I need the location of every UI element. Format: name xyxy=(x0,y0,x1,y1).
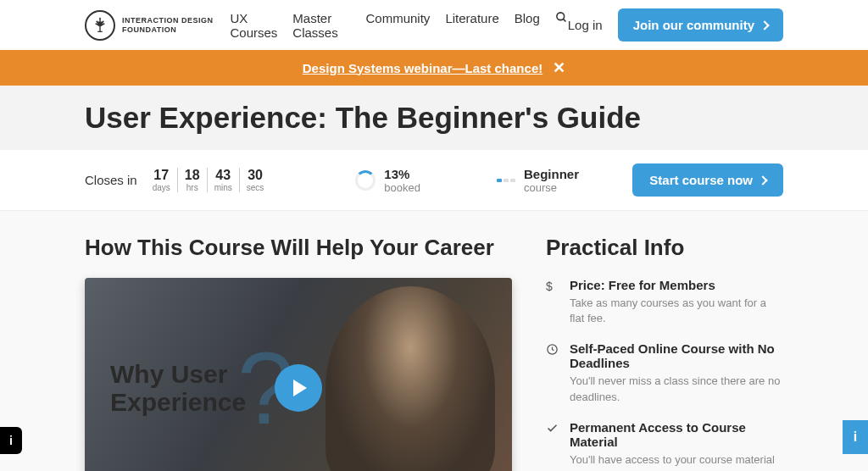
start-label: Start course now xyxy=(649,173,753,187)
nav-master-classes[interactable]: Master Classes xyxy=(292,11,350,40)
booked-status: 13% booked xyxy=(355,167,420,194)
practical-info-section: Practical Info $ Price: Free for Members… xyxy=(546,235,783,471)
close-icon[interactable]: ✕ xyxy=(553,58,565,77)
info-item-price: $ Price: Free for Members Take as many c… xyxy=(546,278,783,326)
intro-video[interactable]: Why User Experience ? xyxy=(85,278,512,471)
level-indicator: Beginner course xyxy=(497,167,579,194)
play-icon xyxy=(293,380,307,396)
career-heading: How This Course Will Help Your Career xyxy=(85,235,512,261)
main-content: How This Course Will Help Your Career Wh… xyxy=(0,211,868,471)
course-info-bar: Closes in 17days 18hrs 43mins 30secs 13%… xyxy=(0,150,868,211)
level-label: course xyxy=(524,181,579,194)
check-icon xyxy=(546,420,559,471)
nav-literature[interactable]: Literature xyxy=(445,11,498,40)
promo-banner[interactable]: Design Systems webinar—Last chance! ✕ xyxy=(0,50,868,86)
svg-line-6 xyxy=(563,19,565,21)
clock-icon xyxy=(546,341,559,404)
svg-point-5 xyxy=(557,12,565,19)
svg-point-0 xyxy=(99,17,101,19)
level-name: Beginner xyxy=(524,167,579,181)
page-title: User Experience: The Beginner's Guide xyxy=(85,101,783,135)
login-link[interactable]: Log in xyxy=(568,18,603,32)
join-label: Join our community xyxy=(633,18,754,32)
info-float-right[interactable]: i xyxy=(843,420,868,454)
countdown-mins: 43mins xyxy=(208,168,240,192)
title-section: User Experience: The Beginner's Guide xyxy=(0,86,868,150)
svg-point-4 xyxy=(103,23,105,25)
countdown: 17days 18hrs 43mins 30secs xyxy=(146,168,271,192)
booked-percent: 13% xyxy=(384,167,420,181)
progress-circle-icon xyxy=(355,170,376,191)
search-icon[interactable] xyxy=(555,11,568,40)
logo[interactable]: INTERACTION DESIGN FOUNDATION xyxy=(85,10,214,41)
info-item-access: Permanent Access to Course Material You'… xyxy=(546,420,783,471)
svg-point-1 xyxy=(96,20,97,22)
svg-point-2 xyxy=(103,20,104,22)
nav-ux-courses[interactable]: UX Courses xyxy=(231,11,278,40)
header: INTERACTION DESIGN FOUNDATION UX Courses… xyxy=(0,0,868,50)
chevron-right-icon xyxy=(760,20,769,30)
logo-icon xyxy=(85,10,115,41)
join-community-button[interactable]: Join our community xyxy=(618,8,783,42)
nav-community[interactable]: Community xyxy=(366,11,431,40)
video-title: Why User Experience xyxy=(110,360,246,416)
info-float-left[interactable]: i xyxy=(0,427,22,454)
header-right: Log in Join our community xyxy=(568,8,783,42)
main-nav: UX Courses Master Classes Community Lite… xyxy=(231,11,568,40)
countdown-days: 17days xyxy=(146,168,178,192)
closes-in: Closes in 17days 18hrs 43mins 30secs xyxy=(85,168,270,192)
countdown-hrs: 18hrs xyxy=(178,168,208,192)
dollar-icon: $ xyxy=(546,278,559,326)
countdown-secs: 30secs xyxy=(240,168,271,192)
closes-label: Closes in xyxy=(85,173,137,187)
start-course-button[interactable]: Start course now xyxy=(632,163,783,197)
level-bars-icon xyxy=(497,179,515,182)
career-section: How This Course Will Help Your Career Wh… xyxy=(85,235,512,471)
banner-text: Design Systems webinar—Last chance! xyxy=(303,61,542,75)
logo-text: INTERACTION DESIGN FOUNDATION xyxy=(122,16,214,35)
practical-heading: Practical Info xyxy=(546,235,783,261)
play-button[interactable] xyxy=(275,364,322,412)
chevron-right-icon xyxy=(758,175,767,185)
info-item-selfpaced: Self-Paced Online Course with No Deadlin… xyxy=(546,341,783,404)
booked-label: booked xyxy=(384,181,420,194)
nav-blog[interactable]: Blog xyxy=(515,11,540,40)
svg-point-3 xyxy=(96,23,97,25)
